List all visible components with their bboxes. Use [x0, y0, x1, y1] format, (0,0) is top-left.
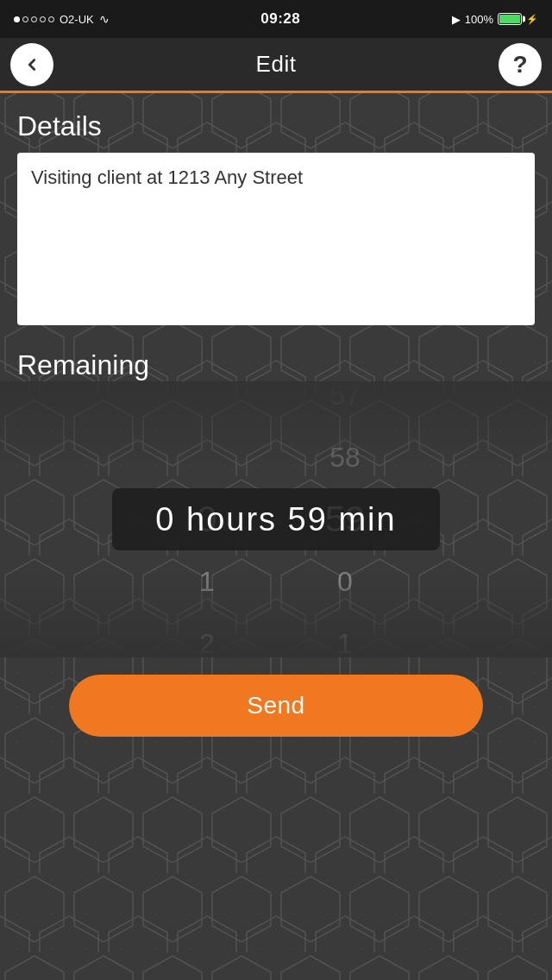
help-icon: ?	[512, 53, 527, 77]
hour-plus1: 1	[138, 550, 276, 612]
hour-minus2	[138, 381, 276, 426]
charging-icon: ⚡	[526, 14, 538, 25]
signal-dot-3	[31, 16, 37, 22]
signal-dot-1	[14, 16, 20, 22]
details-textarea[interactable]: Visiting client at 1213 Any Street	[17, 153, 535, 325]
content-area: Details Visiting client at 1213 Any Stre…	[0, 93, 552, 381]
battery-body	[498, 13, 522, 25]
time-picker[interactable]: 0 hours 59 min 0 1 2 3 56 57 58 59 0 1 2	[0, 381, 552, 657]
page-title: Edit	[256, 51, 297, 78]
signal-dots	[14, 16, 54, 22]
status-time: 09:28	[260, 10, 300, 28]
signal-dot-2	[22, 16, 28, 22]
min-minus1: 58	[276, 426, 414, 488]
signal-dot-5	[48, 16, 54, 22]
back-icon	[22, 55, 41, 74]
details-label: Details	[17, 110, 535, 142]
send-button[interactable]: Send	[69, 675, 483, 737]
min-minus2: 57	[276, 381, 414, 426]
carrier-label: O2-UK	[60, 13, 94, 26]
status-left: O2-UK ∿	[14, 12, 110, 26]
back-button[interactable]	[10, 43, 53, 86]
hour-minus1	[138, 426, 276, 488]
hour-plus2: 2	[138, 612, 276, 657]
help-button[interactable]: ?	[499, 43, 542, 86]
time-selected-text: 0 hours 59 min	[155, 501, 396, 538]
location-icon: ▶	[452, 13, 461, 26]
status-right: ▶ 100% ⚡	[452, 13, 538, 26]
battery-indicator	[498, 13, 522, 25]
battery-fill	[499, 15, 520, 23]
signal-dot-4	[40, 16, 46, 22]
time-selected-highlight: 0 hours 59 min	[112, 488, 440, 550]
min-plus2: 1	[276, 612, 414, 657]
battery-percent: 100%	[465, 13, 493, 26]
min-plus1: 0	[276, 550, 414, 612]
nav-bar: Edit ?	[0, 38, 552, 93]
details-section: Details Visiting client at 1213 Any Stre…	[17, 110, 535, 329]
status-bar: O2-UK ∿ 09:28 ▶ 100% ⚡	[0, 0, 552, 38]
wifi-icon: ∿	[99, 12, 110, 26]
send-button-container: Send	[0, 657, 552, 754]
remaining-label: Remaining	[17, 349, 535, 381]
remaining-section: Remaining	[17, 349, 535, 381]
